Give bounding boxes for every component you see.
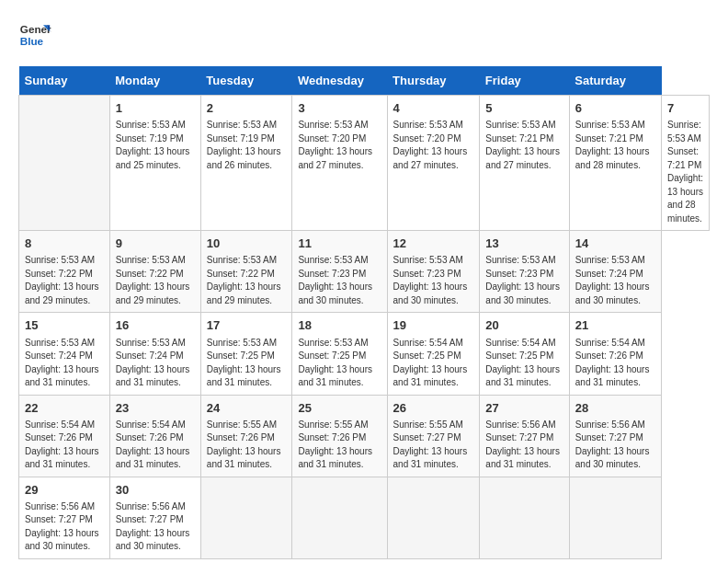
day-cell — [292, 477, 387, 558]
day-number: 20 — [485, 317, 563, 334]
week-row-1: 1Sunrise: 5:53 AMSunset: 7:19 PMDaylight… — [19, 96, 710, 231]
day-number: 18 — [298, 317, 381, 334]
day-info: Sunrise: 5:53 AMSunset: 7:24 PMDaylight:… — [575, 254, 655, 307]
day-number: 11 — [298, 236, 381, 252]
day-number: 7 — [667, 100, 703, 117]
day-cell: 18Sunrise: 5:53 AMSunset: 7:25 PMDayligh… — [292, 313, 387, 395]
day-cell: 22Sunrise: 5:54 AMSunset: 7:26 PMDayligh… — [19, 395, 110, 477]
day-cell: 1Sunrise: 5:53 AMSunset: 7:19 PMDaylight… — [109, 96, 200, 231]
day-number: 9 — [116, 236, 195, 252]
day-cell — [480, 477, 569, 558]
day-number: 27 — [485, 400, 563, 417]
day-info: Sunrise: 5:56 AMSunset: 7:27 PMDaylight:… — [575, 419, 655, 472]
day-cell: 2Sunrise: 5:53 AMSunset: 7:19 PMDaylight… — [200, 96, 292, 231]
day-info: Sunrise: 5:53 AMSunset: 7:24 PMDaylight:… — [116, 337, 195, 390]
day-number: 21 — [575, 317, 655, 334]
day-number: 12 — [393, 236, 474, 252]
day-info: Sunrise: 5:56 AMSunset: 7:27 PMDaylight:… — [25, 500, 104, 554]
calendar-table: SundayMondayTuesdayWednesdayThursdayFrid… — [18, 66, 710, 559]
day-cell: 7Sunrise: 5:53 AMSunset: 7:21 PMDaylight… — [662, 96, 710, 231]
day-info: Sunrise: 5:54 AMSunset: 7:26 PMDaylight:… — [116, 419, 195, 472]
logo: General Blue — [18, 18, 51, 52]
day-cell: 16Sunrise: 5:53 AMSunset: 7:24 PMDayligh… — [109, 313, 200, 395]
day-cell — [569, 477, 661, 558]
day-cell — [387, 477, 480, 558]
day-info: Sunrise: 5:55 AMSunset: 7:27 PMDaylight:… — [393, 419, 474, 472]
day-cell: 29Sunrise: 5:56 AMSunset: 7:27 PMDayligh… — [19, 477, 110, 558]
day-info: Sunrise: 5:54 AMSunset: 7:25 PMDaylight:… — [393, 337, 474, 390]
day-cell: 3Sunrise: 5:53 AMSunset: 7:20 PMDaylight… — [292, 96, 387, 231]
week-row-4: 22Sunrise: 5:54 AMSunset: 7:26 PMDayligh… — [19, 395, 710, 477]
day-cell: 13Sunrise: 5:53 AMSunset: 7:23 PMDayligh… — [480, 231, 569, 313]
header-cell-thursday: Thursday — [387, 66, 480, 96]
day-number: 24 — [207, 400, 287, 417]
day-info: Sunrise: 5:53 AMSunset: 7:22 PMDaylight:… — [116, 254, 195, 307]
day-info: Sunrise: 5:53 AMSunset: 7:23 PMDaylight:… — [298, 254, 381, 307]
day-cell: 19Sunrise: 5:54 AMSunset: 7:25 PMDayligh… — [387, 313, 480, 395]
day-cell: 5Sunrise: 5:53 AMSunset: 7:21 PMDaylight… — [480, 96, 569, 231]
day-cell — [19, 96, 110, 231]
day-number: 29 — [25, 482, 104, 499]
day-info: Sunrise: 5:53 AMSunset: 7:22 PMDaylight:… — [25, 254, 104, 307]
day-info: Sunrise: 5:53 AMSunset: 7:25 PMDaylight:… — [207, 337, 287, 390]
day-cell: 15Sunrise: 5:53 AMSunset: 7:24 PMDayligh… — [19, 313, 110, 395]
day-cell: 28Sunrise: 5:56 AMSunset: 7:27 PMDayligh… — [569, 395, 661, 477]
day-info: Sunrise: 5:53 AMSunset: 7:25 PMDaylight:… — [298, 337, 381, 390]
day-info: Sunrise: 5:54 AMSunset: 7:25 PMDaylight:… — [485, 337, 563, 390]
logo-icon: General Blue — [18, 18, 51, 52]
day-number: 3 — [298, 100, 381, 117]
day-number: 2 — [207, 100, 287, 117]
day-number: 13 — [485, 236, 563, 252]
svg-text:Blue: Blue — [20, 35, 44, 47]
header-cell-tuesday: Tuesday — [200, 66, 292, 96]
day-info: Sunrise: 5:54 AMSunset: 7:26 PMDaylight:… — [25, 419, 104, 472]
day-info: Sunrise: 5:53 AMSunset: 7:22 PMDaylight:… — [207, 254, 287, 307]
day-cell: 25Sunrise: 5:55 AMSunset: 7:26 PMDayligh… — [292, 395, 387, 477]
day-number: 22 — [25, 400, 104, 417]
header-row: SundayMondayTuesdayWednesdayThursdayFrid… — [19, 66, 710, 96]
day-number: 28 — [575, 400, 655, 417]
day-number: 30 — [116, 482, 195, 499]
day-number: 8 — [25, 236, 104, 252]
day-info: Sunrise: 5:53 AMSunset: 7:20 PMDaylight:… — [393, 119, 474, 172]
day-cell: 9Sunrise: 5:53 AMSunset: 7:22 PMDaylight… — [109, 231, 200, 313]
week-row-5: 29Sunrise: 5:56 AMSunset: 7:27 PMDayligh… — [19, 477, 710, 558]
day-info: Sunrise: 5:53 AMSunset: 7:23 PMDaylight:… — [393, 254, 474, 307]
day-cell: 6Sunrise: 5:53 AMSunset: 7:21 PMDaylight… — [569, 96, 661, 231]
day-info: Sunrise: 5:53 AMSunset: 7:21 PMDaylight:… — [575, 119, 655, 172]
svg-text:General: General — [20, 23, 51, 35]
day-cell: 24Sunrise: 5:55 AMSunset: 7:26 PMDayligh… — [200, 395, 292, 477]
day-number: 14 — [575, 236, 655, 252]
day-info: Sunrise: 5:56 AMSunset: 7:27 PMDaylight:… — [485, 419, 563, 472]
day-cell: 12Sunrise: 5:53 AMSunset: 7:23 PMDayligh… — [387, 231, 480, 313]
day-number: 26 — [393, 400, 474, 417]
header-cell-wednesday: Wednesday — [292, 66, 387, 96]
day-cell: 11Sunrise: 5:53 AMSunset: 7:23 PMDayligh… — [292, 231, 387, 313]
day-number: 4 — [393, 100, 474, 117]
day-info: Sunrise: 5:53 AMSunset: 7:19 PMDaylight:… — [207, 119, 287, 172]
day-cell: 8Sunrise: 5:53 AMSunset: 7:22 PMDaylight… — [19, 231, 110, 313]
day-cell: 17Sunrise: 5:53 AMSunset: 7:25 PMDayligh… — [200, 313, 292, 395]
day-number: 1 — [116, 100, 195, 117]
day-info: Sunrise: 5:53 AMSunset: 7:24 PMDaylight:… — [25, 337, 104, 390]
day-info: Sunrise: 5:53 AMSunset: 7:21 PMDaylight:… — [485, 119, 563, 172]
day-number: 10 — [207, 236, 287, 252]
header-cell-sunday: Sunday — [19, 66, 110, 96]
day-cell: 23Sunrise: 5:54 AMSunset: 7:26 PMDayligh… — [109, 395, 200, 477]
page-header: General Blue — [18, 18, 710, 52]
day-info: Sunrise: 5:55 AMSunset: 7:26 PMDaylight:… — [298, 419, 381, 472]
week-row-2: 8Sunrise: 5:53 AMSunset: 7:22 PMDaylight… — [19, 231, 710, 313]
day-cell: 14Sunrise: 5:53 AMSunset: 7:24 PMDayligh… — [569, 231, 661, 313]
day-number: 23 — [116, 400, 195, 417]
day-number: 16 — [116, 317, 195, 334]
header-cell-friday: Friday — [480, 66, 569, 96]
day-number: 5 — [485, 100, 563, 117]
day-cell: 26Sunrise: 5:55 AMSunset: 7:27 PMDayligh… — [387, 395, 480, 477]
day-cell: 4Sunrise: 5:53 AMSunset: 7:20 PMDaylight… — [387, 96, 480, 231]
day-number: 17 — [207, 317, 287, 334]
day-info: Sunrise: 5:53 AMSunset: 7:20 PMDaylight:… — [298, 119, 381, 172]
day-info: Sunrise: 5:53 AMSunset: 7:21 PMDaylight:… — [667, 119, 703, 225]
day-number: 19 — [393, 317, 474, 334]
day-cell: 21Sunrise: 5:54 AMSunset: 7:26 PMDayligh… — [569, 313, 661, 395]
week-row-3: 15Sunrise: 5:53 AMSunset: 7:24 PMDayligh… — [19, 313, 710, 395]
